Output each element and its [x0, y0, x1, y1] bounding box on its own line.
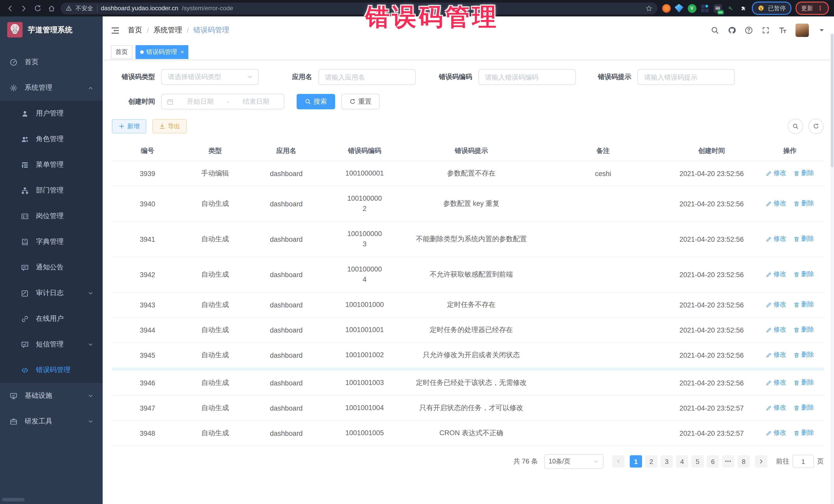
- tag-error-code[interactable]: 错误码管理 ×: [135, 45, 189, 59]
- browser-menu-icon[interactable]: ⋮: [817, 5, 823, 12]
- table-row[interactable]: 3945自动生成dashboard1001001002只允许修改为开启或者关闭状…: [112, 343, 824, 369]
- breadcrumb-system[interactable]: 系统管理: [153, 26, 182, 35]
- start-date-placeholder[interactable]: 开始日期: [178, 97, 223, 106]
- avatar-caret-icon[interactable]: [817, 26, 826, 35]
- help-icon[interactable]: [745, 26, 753, 35]
- page-button-8[interactable]: 8: [738, 455, 750, 467]
- sidebar-item-研发工具[interactable]: 研发工具: [0, 409, 103, 434]
- security-label[interactable]: 不安全: [75, 4, 93, 12]
- browser-back-icon[interactable]: [5, 4, 14, 13]
- search-button[interactable]: 搜索: [297, 94, 335, 109]
- date-range-picker[interactable]: 开始日期 - 结束日期: [161, 94, 284, 109]
- edit-link[interactable]: 修改: [766, 429, 786, 438]
- delete-link[interactable]: 删除: [793, 301, 814, 309]
- next-page-button[interactable]: [755, 455, 767, 467]
- extension-green-icon[interactable]: V: [687, 4, 696, 13]
- user-avatar[interactable]: [795, 24, 809, 37]
- sidebar-item-短信管理[interactable]: 短信管理: [0, 332, 103, 357]
- profile-paused-badge[interactable]: 已暂停: [752, 2, 791, 15]
- page-button-4[interactable]: 4: [676, 455, 688, 467]
- app-name-input[interactable]: [319, 73, 415, 81]
- table-row[interactable]: 3940自动生成dashboard100100000 2参数配置 key 重复2…: [112, 186, 824, 221]
- extension-gem-icon[interactable]: [675, 4, 683, 13]
- sidebar-item-错误码管理[interactable]: 错误码管理: [0, 357, 103, 383]
- page-button-1[interactable]: 1: [630, 455, 642, 467]
- security-warning-icon[interactable]: [66, 5, 72, 11]
- page-size-select[interactable]: 10条/页: [544, 454, 603, 468]
- extensions-puzzle-icon[interactable]: [739, 4, 748, 13]
- edit-link[interactable]: 修改: [766, 235, 786, 243]
- edit-link[interactable]: 修改: [766, 169, 786, 178]
- sidebar-item-在线用户[interactable]: 在线用户: [0, 306, 103, 332]
- delete-link[interactable]: 删除: [793, 351, 814, 359]
- address-bar[interactable]: 不安全 dashboard.yudao.iocoder.cn/system/er…: [61, 2, 657, 14]
- sidebar-item-基础设施[interactable]: 基础设施: [0, 383, 103, 409]
- end-date-placeholder[interactable]: 结束日期: [233, 97, 279, 106]
- page-ellipsis[interactable]: •••: [722, 455, 734, 467]
- edit-link[interactable]: 修改: [766, 326, 786, 334]
- page-scrollbar-thumb[interactable]: [831, 34, 833, 167]
- browser-update-button[interactable]: 更新 ⋮: [795, 2, 829, 15]
- browser-home-icon[interactable]: [47, 4, 56, 13]
- delete-link[interactable]: 删除: [793, 270, 814, 279]
- delete-link[interactable]: 删除: [793, 326, 814, 334]
- sidebar-item-系统管理[interactable]: 系统管理: [0, 75, 103, 101]
- tag-home[interactable]: 首页: [111, 45, 132, 59]
- sidebar-item-岗位管理[interactable]: 岗位管理: [0, 203, 103, 229]
- goto-page-input[interactable]: [792, 455, 814, 468]
- bookmark-star-icon[interactable]: [645, 5, 652, 12]
- reset-button[interactable]: 重置: [341, 94, 380, 109]
- toggle-search-button[interactable]: [788, 118, 803, 134]
- sidebar-item-首页[interactable]: 首页: [0, 49, 103, 75]
- error-hint-input[interactable]: [638, 73, 734, 81]
- error-code-input[interactable]: [479, 73, 575, 81]
- table-row[interactable]: 3947自动生成dashboard1001001004只有开启状态的任务，才可以…: [112, 395, 824, 421]
- page-button-6[interactable]: 6: [707, 455, 719, 467]
- delete-link[interactable]: 删除: [793, 429, 814, 438]
- edit-link[interactable]: 修改: [766, 270, 786, 279]
- extension-key-icon[interactable]: [726, 4, 735, 13]
- edit-link[interactable]: 修改: [766, 301, 786, 309]
- page-scrollbar[interactable]: [830, 33, 834, 504]
- sidebar-toggle-icon[interactable]: [111, 26, 119, 35]
- sidebar-item-菜单管理[interactable]: 菜单管理: [0, 152, 103, 178]
- sidebar-item-通知公告[interactable]: 通知公告: [0, 255, 103, 280]
- table-row[interactable]: 3943自动生成dashboard1001001000定时任务不存在2021-0…: [112, 292, 824, 317]
- edit-link[interactable]: 修改: [766, 199, 786, 208]
- sidebar-item-字典管理[interactable]: 字典管理: [0, 229, 103, 255]
- table-row[interactable]: 3942自动生成dashboard100100000 4不允许获取敏感配置到前端…: [112, 257, 824, 292]
- delete-link[interactable]: 删除: [793, 404, 814, 412]
- extension-tiles-icon[interactable]: [700, 4, 709, 13]
- table-row[interactable]: 3946自动生成dashboard1001001003定时任务已经处于该状态，无…: [112, 369, 824, 395]
- page-button-2[interactable]: 2: [645, 455, 657, 467]
- fullscreen-icon[interactable]: [762, 26, 770, 35]
- error-type-select[interactable]: 请选择错误码类型: [161, 69, 259, 85]
- app-logo-row[interactable]: 🐰 芋道管理系统: [0, 17, 103, 43]
- delete-link[interactable]: 删除: [793, 378, 814, 387]
- add-button[interactable]: 新增: [112, 119, 146, 133]
- sidebar-item-部门管理[interactable]: 部门管理: [0, 178, 103, 203]
- github-icon[interactable]: [728, 26, 736, 35]
- extension-orange-icon[interactable]: [662, 4, 671, 13]
- edit-link[interactable]: 修改: [766, 378, 786, 387]
- table-row[interactable]: 3939手动编辑dashboard1001000001参数配置不存在ceshi2…: [112, 161, 824, 186]
- delete-link[interactable]: 删除: [793, 199, 814, 208]
- sidebar-item-审计日志[interactable]: 审计日志: [0, 280, 103, 306]
- table-row[interactable]: 3948自动生成dashboard1001001005CRON 表达式不正确20…: [112, 421, 824, 446]
- search-icon[interactable]: [711, 26, 719, 35]
- sidebar-scrollbar[interactable]: [2, 498, 25, 501]
- refresh-table-button[interactable]: [808, 118, 824, 134]
- delete-link[interactable]: 删除: [793, 169, 814, 178]
- browser-forward-icon[interactable]: [19, 4, 28, 13]
- extension-list-icon[interactable]: on: [713, 4, 722, 13]
- delete-link[interactable]: 删除: [793, 235, 814, 243]
- export-button[interactable]: 导出: [152, 119, 187, 133]
- browser-reload-icon[interactable]: [33, 4, 42, 13]
- table-row[interactable]: 3941自动生成dashboard100100000 3不能删除类型为系统内置的…: [112, 221, 824, 257]
- page-button-5[interactable]: 5: [691, 455, 704, 467]
- page-button-3[interactable]: 3: [660, 455, 673, 467]
- table-row[interactable]: 3944自动生成dashboard1001001001定时任务的处理器已经存在2…: [112, 317, 824, 343]
- edit-link[interactable]: 修改: [766, 351, 786, 359]
- tag-close-icon[interactable]: ×: [181, 49, 184, 55]
- breadcrumb-home[interactable]: 首页: [128, 26, 142, 35]
